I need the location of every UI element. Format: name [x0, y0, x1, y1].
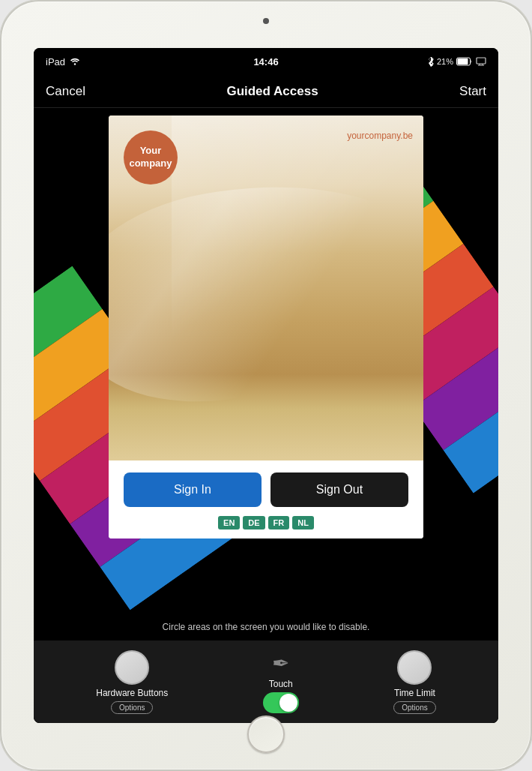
- company-name: Your company: [129, 145, 172, 170]
- ipad-device: iPad 14:46 21%: [0, 0, 532, 771]
- company-logo: Your company: [124, 130, 178, 184]
- home-button[interactable]: [247, 716, 285, 753]
- start-button[interactable]: Start: [459, 84, 486, 99]
- lang-nl-button[interactable]: NL: [292, 516, 314, 530]
- card-bottom: Sign In Sign Out EN DE FR NL: [109, 460, 423, 538]
- svg-rect-3: [477, 58, 486, 64]
- time-limit-label: Time Limit: [394, 688, 435, 698]
- status-left: iPad: [46, 56, 80, 68]
- sign-in-button[interactable]: Sign In: [124, 472, 262, 507]
- display-icon: [476, 57, 486, 66]
- battery-percent: 21%: [437, 57, 453, 66]
- status-bar: iPad 14:46 21%: [34, 48, 498, 75]
- hardware-options-button[interactable]: Options: [111, 701, 153, 714]
- camera: [263, 18, 269, 24]
- lang-fr-button[interactable]: FR: [268, 516, 290, 530]
- lang-en-button[interactable]: EN: [218, 516, 240, 530]
- wifi-icon: [70, 58, 80, 65]
- bluetooth-icon: [428, 57, 434, 67]
- hardware-buttons-group: Hardware Buttons Options: [96, 650, 168, 714]
- svg-rect-2: [458, 58, 468, 64]
- toggle-knob: [279, 694, 297, 712]
- app-card-inner: Your company yourcompany.be Sign In Sign…: [109, 116, 423, 538]
- time-limit-group: Time Limit Options: [393, 650, 435, 714]
- company-url: yourcompany.be: [347, 130, 413, 141]
- pen-icon: ✒: [272, 651, 289, 676]
- lang-de-button[interactable]: DE: [243, 516, 265, 530]
- guided-hint-text: Circle areas on the screen you would lik…: [163, 622, 370, 632]
- svg-point-0: [74, 63, 76, 64]
- content-area: Your company yourcompany.be Sign In Sign…: [34, 108, 498, 614]
- touch-toggle[interactable]: [263, 692, 299, 713]
- time-limit-toggle[interactable]: [397, 650, 432, 685]
- language-bar: EN DE FR NL: [124, 516, 408, 530]
- screen: iPad 14:46 21%: [34, 48, 498, 723]
- hardware-buttons-label: Hardware Buttons: [96, 688, 168, 698]
- guided-hint-bar: Circle areas on the screen you would lik…: [34, 614, 498, 640]
- touch-group: ✒ Touch: [263, 651, 299, 713]
- hardware-buttons-toggle[interactable]: [115, 650, 149, 685]
- battery-icon: [456, 57, 473, 66]
- guided-access-title: Guided Access: [226, 84, 318, 99]
- time-options-button[interactable]: Options: [393, 701, 435, 714]
- nav-bar: Cancel Guided Access Start: [34, 75, 498, 108]
- main-area: Your company yourcompany.be Sign In Sign…: [34, 108, 498, 723]
- bottom-controls: Hardware Buttons Options ✒ Touch Time Li…: [34, 640, 498, 723]
- card-buttons: Sign In Sign Out: [124, 472, 408, 507]
- cancel-button[interactable]: Cancel: [46, 84, 85, 99]
- desert-background: Your company yourcompany.be: [109, 116, 423, 460]
- status-right: 21%: [428, 57, 486, 67]
- app-card: Your company yourcompany.be Sign In Sign…: [109, 116, 423, 538]
- touch-label: Touch: [269, 679, 293, 689]
- carrier-label: iPad: [46, 56, 65, 68]
- sign-out-button[interactable]: Sign Out: [270, 472, 408, 507]
- status-time: 14:46: [253, 56, 278, 68]
